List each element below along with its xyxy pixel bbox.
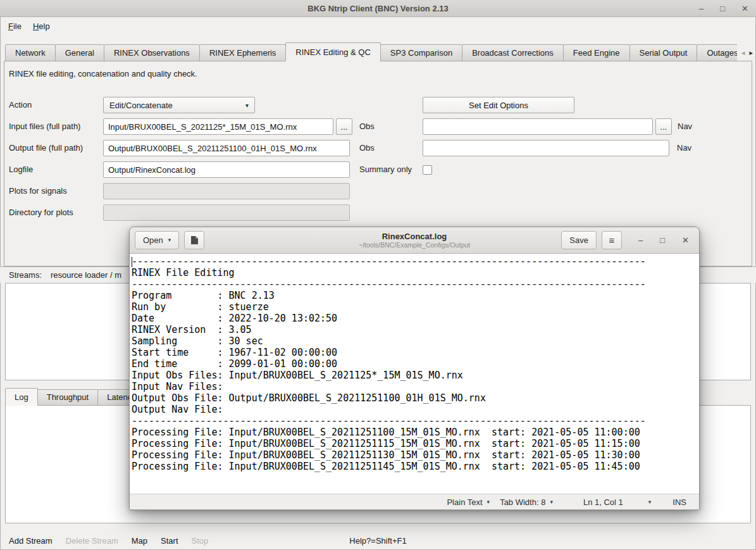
menu-button[interactable]: ≡ [602,231,622,249]
maximize-icon[interactable]: □ [720,4,725,13]
stop-button[interactable]: Stop [192,536,209,546]
editor-window: Open ▾ RinexConcat.log ~/tools/BNC/Examp… [129,227,700,510]
chevron-down-icon: ▾ [550,499,553,505]
input-files-label: Input files (full path) [9,118,80,135]
set-edit-options-button[interactable]: Set Edit Options [423,97,574,113]
close-icon[interactable]: ✕ [741,4,748,13]
start-button[interactable]: Start [161,536,178,546]
new-document-icon [190,235,199,245]
editor-header-right: Save ≡ – □ ✕ [561,231,694,249]
output-file-label: Output file (full path) [9,140,83,156]
language-mode-button[interactable]: Plain Text ▾ [447,497,490,507]
tab-bar: Network General RINEX Observations RINEX… [5,42,737,61]
bottom-toolbar: Add Stream Delete Stream Map Start Stop … [0,532,756,550]
input-obs-path-field[interactable] [103,118,333,135]
directory-for-plots-field [103,204,350,221]
map-button[interactable]: Map [132,536,147,546]
delete-stream-button[interactable]: Delete Stream [66,536,118,546]
tab-rinex-ephemeris[interactable]: RINEX Ephemeris [199,44,286,61]
input-nav-path-field[interactable] [423,118,653,135]
editor-subtitle: ~/tools/BNC/Example_Configs/Output [359,241,470,249]
action-label: Action [9,97,32,113]
tab-width-button[interactable]: Tab Width: 8 ▾ [500,497,553,507]
minimize-icon[interactable]: – [699,4,703,13]
goto-line-dropdown-icon[interactable]: ▾ [648,499,652,505]
open-button[interactable]: Open ▾ [135,231,179,249]
input-nav-browse-button[interactable]: ... [655,118,672,135]
nav-tag-input-row: Nav [678,118,692,135]
log-content: ----------------------------------------… [130,254,699,472]
overwrite-mode-indicator: INS [672,497,686,507]
action-selected-value: Edit/Concatenate [109,101,173,110]
bottom-tab-bar: Log Throughput Latency [5,388,145,406]
logfile-field[interactable] [103,161,350,178]
tab-feed-engine[interactable]: Feed Engine [563,44,630,61]
window-title: BKG Ntrip Client (BNC) Version 2.13 [307,4,448,13]
chevron-down-icon: ▾ [168,237,171,243]
tab-sp3-comparison[interactable]: SP3 Comparison [380,44,462,61]
obs-tag-output-row: Obs [359,140,375,156]
editor-window-controls: – □ ✕ [638,235,689,245]
output-obs-path-field[interactable] [103,140,350,156]
directory-for-plots-label: Directory for plots [9,204,73,221]
language-mode-label: Plain Text [447,497,482,507]
tab-width-label: Tab Width: 8 [500,497,545,507]
editor-minimize-icon[interactable]: – [638,235,643,245]
help-hint: Help?=Shift+F1 [349,536,406,546]
tab-rinex-editing-qc[interactable]: RINEX Editing & QC [285,42,381,61]
tab-scroll-right-icon[interactable]: ▸ [748,47,754,58]
tab-serial-output[interactable]: Serial Output [629,44,698,61]
editor-statusbar: Plain Text ▾ Tab Width: 8 ▾ Ln 1, Col 1 … [130,494,699,509]
editor-close-icon[interactable]: ✕ [682,235,689,245]
tab-rinex-observations[interactable]: RINEX Observations [104,44,200,61]
save-button[interactable]: Save [561,231,597,249]
tab-network[interactable]: Network [5,44,56,61]
hamburger-icon: ≡ [609,235,615,245]
input-obs-browse-button[interactable]: ... [336,118,352,135]
summary-only-checkbox[interactable] [423,165,432,175]
streams-label: Streams: [9,270,42,280]
obs-tag-input-row: Obs [359,118,375,135]
tab-outages[interactable]: Outages [697,44,737,61]
tab-scroll-left-icon[interactable]: ◂ [740,47,747,58]
action-select[interactable]: Edit/Concatenate ▾ [103,97,255,113]
summary-only-label: Summary only [359,161,412,178]
add-stream-button[interactable]: Add Stream [9,536,53,546]
open-button-label: Open [143,235,163,245]
tab-broadcast-corrections[interactable]: Broadcast Corrections [462,44,564,61]
tab-scroll-buttons: ◂ ▸ [740,46,754,59]
editor-title: RinexConcat.log [359,232,470,241]
menu-bar: File Help [0,17,756,35]
menu-file[interactable]: File [3,20,27,33]
chevron-down-icon: ▾ [245,102,249,109]
editor-text-area[interactable]: ----------------------------------------… [130,254,699,494]
text-cursor [132,257,132,267]
editor-title-block: RinexConcat.log ~/tools/BNC/Example_Conf… [359,232,470,249]
menu-help[interactable]: Help [27,20,56,33]
editor-headerbar[interactable]: Open ▾ RinexConcat.log ~/tools/BNC/Examp… [130,227,699,254]
streams-columns: resource loader / m [51,270,121,280]
plots-for-signals-field [103,183,350,199]
window-controls: – □ ✕ [699,0,748,16]
tab-log[interactable]: Log [5,388,38,406]
window-titlebar[interactable]: BKG Ntrip Client (BNC) Version 2.13 – □ … [0,0,756,17]
plots-for-signals-label: Plots for signals [9,183,67,199]
tab-throughput[interactable]: Throughput [37,389,99,406]
logfile-label: Logfile [9,161,33,178]
nav-tag-output-row: Nav [677,140,691,156]
new-document-button[interactable] [184,231,204,249]
editor-maximize-icon[interactable]: □ [660,235,665,245]
tab-general[interactable]: General [55,44,104,61]
output-nav-path-field[interactable] [423,140,669,156]
chevron-down-icon: ▾ [487,499,490,505]
cursor-position: Ln 1, Col 1 [583,497,623,507]
tab-description: RINEX file editing, concatenation and qu… [9,69,197,78]
